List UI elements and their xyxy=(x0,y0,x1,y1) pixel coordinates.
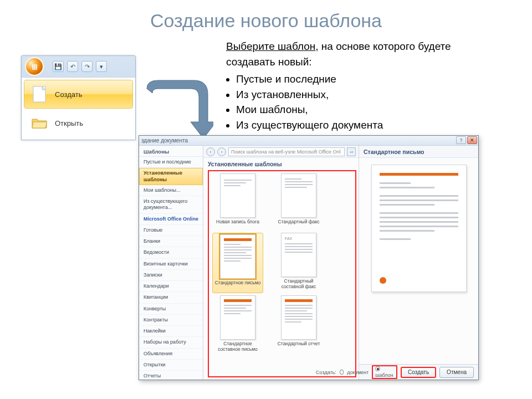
template-item[interactable]: FAX Стандартный составной факс xyxy=(273,233,324,293)
office-button[interactable]: ⊞ xyxy=(25,57,44,76)
nav-forward-icon[interactable]: › xyxy=(217,147,226,156)
gallery-header: Установленные шаблоны xyxy=(203,158,359,170)
template-gallery-pane: ‹ › Поиск шаблона на веб-узле Microsoft … xyxy=(203,146,359,380)
create-button[interactable]: Создать xyxy=(401,367,436,378)
save-icon[interactable]: 💾 xyxy=(53,61,64,72)
radio-template[interactable] xyxy=(375,366,380,371)
preview-pane: Стандартное письмо Создать: документ xyxy=(359,146,478,380)
template-item[interactable]: Стандартное составное письмо xyxy=(212,295,263,352)
template-item[interactable]: Новая запись блога xyxy=(212,173,263,231)
sidebar-item[interactable]: Конверты xyxy=(139,304,203,315)
sidebar-item[interactable]: Отчеты xyxy=(139,371,203,380)
template-item[interactable]: Стандартный факс xyxy=(273,173,324,231)
quick-access-toolbar: ⊞ 💾 ↶ ↷ ▾ xyxy=(22,56,135,77)
sidebar-item-installed[interactable]: Установленные шаблоны xyxy=(139,168,203,185)
sidebar-item[interactable]: Из существующего документа... xyxy=(139,196,203,214)
nav-back-icon[interactable]: ‹ xyxy=(206,147,215,156)
sidebar-item[interactable]: Визитные карточки xyxy=(139,259,203,270)
help-icon[interactable]: ? xyxy=(456,136,466,144)
sidebar-item[interactable]: Готовые xyxy=(139,225,203,236)
office-menu: ⊞ 💾 ↶ ↷ ▾ Создать Открыть xyxy=(21,55,136,140)
template-item[interactable]: Стандартный отчет xyxy=(273,295,324,352)
sidebar-item[interactable]: Наборы на работу xyxy=(139,337,203,348)
sidebar-item-online[interactable]: Microsoft Office Online xyxy=(139,214,203,225)
slide-title: Создание нового шаблона xyxy=(0,0,532,34)
redo-icon[interactable]: ↷ xyxy=(81,61,93,72)
sidebar-item[interactable]: Пустые и последние xyxy=(139,157,203,168)
sidebar-item[interactable]: Мои шаблоны... xyxy=(139,185,203,196)
sidebar-item[interactable]: Объявления xyxy=(139,349,203,360)
sidebar-item[interactable]: Контракты xyxy=(139,315,203,326)
sidebar-item[interactable]: Календари xyxy=(139,281,203,292)
radio-document[interactable] xyxy=(340,370,344,375)
sidebar-item[interactable]: Квитанции xyxy=(139,292,203,303)
menu-item-new[interactable]: Создать xyxy=(24,80,133,109)
cancel-button[interactable]: Отмена xyxy=(439,367,474,378)
sidebar-item[interactable]: Бланки xyxy=(139,236,203,247)
dialog-footer: Создать: документ шаблон Создать Отмена xyxy=(359,364,478,380)
instruction-text: Выберите шаблон, на основе которого буде… xyxy=(226,39,470,132)
new-doc-icon xyxy=(32,85,47,103)
new-document-dialog: здание документа ? ✕ Шаблоны Пустые и по… xyxy=(139,135,479,380)
preview-title: Стандартное письмо xyxy=(359,146,478,158)
menu-item-label: Открыть xyxy=(55,119,83,127)
sidebar-item[interactable]: Наклейки xyxy=(139,326,203,337)
preview-page xyxy=(371,165,467,292)
sidebar-item[interactable]: Записки xyxy=(139,270,203,281)
menu-item-label: Создать xyxy=(55,90,82,99)
arrow-icon xyxy=(141,78,213,140)
undo-icon[interactable]: ↶ xyxy=(67,61,78,72)
search-go-icon[interactable]: → xyxy=(347,147,356,156)
sidebar-item[interactable]: Ведомости xyxy=(139,247,203,258)
dialog-titlebar: здание документа ? ✕ xyxy=(139,136,478,146)
template-item-selected[interactable]: Стандартное письмо xyxy=(212,233,263,293)
template-gallery: Новая запись блога Стандартный факс Стан… xyxy=(208,170,356,377)
menu-item-open[interactable]: Открыть xyxy=(24,109,133,137)
create-as-label: Создать: xyxy=(316,370,336,375)
template-category-sidebar: Шаблоны Пустые и последние Установленные… xyxy=(139,146,203,380)
sidebar-item[interactable]: Открытки xyxy=(139,360,203,371)
search-input[interactable]: Поиск шаблона на веб-узле Microsoft Offi… xyxy=(228,147,345,156)
sidebar-header: Шаблоны xyxy=(139,147,203,157)
close-icon[interactable]: ✕ xyxy=(467,136,477,144)
customize-icon[interactable]: ▾ xyxy=(96,61,107,72)
open-folder-icon xyxy=(32,114,47,132)
